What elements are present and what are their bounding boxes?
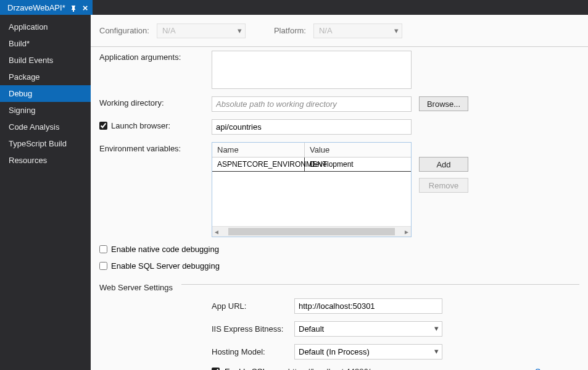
envvars-header: Name Value (212, 143, 411, 158)
sql-debug-checkbox[interactable] (99, 262, 107, 270)
workdir-input[interactable] (212, 96, 412, 112)
sql-debug-label: Enable SQL Server debugging (111, 261, 220, 271)
sidebar-item-code-analysis[interactable]: Code Analysis (0, 119, 91, 135)
tab-bar: DrzaveWebAPI* × (0, 0, 588, 15)
bitness-select[interactable]: Default (294, 321, 442, 337)
app-args-label: Application arguments: (91, 51, 212, 62)
sidebar-item-application[interactable]: Application (0, 19, 91, 35)
launch-browser-input[interactable] (212, 119, 412, 135)
sidebar-item-package[interactable]: Package (0, 69, 91, 85)
launch-browser-checkbox[interactable] (99, 122, 107, 130)
sidebar-item-debug[interactable]: Debug (0, 85, 91, 102)
enable-ssl-checkbox[interactable] (212, 368, 220, 370)
envvars-cell-name[interactable]: ASPNETCORE_ENVIRONMENT (212, 158, 305, 171)
tab-title: DrzaveWebAPI* (7, 3, 65, 12)
hosting-label: Hosting Model: (212, 347, 287, 356)
platform-select: N/A (313, 23, 402, 38)
launch-browser-label: Launch browser: (111, 121, 170, 130)
sidebar-item-build-events[interactable]: Build Events (0, 52, 91, 69)
configuration-select: N/A (157, 23, 246, 38)
app-args-input[interactable] (212, 51, 412, 89)
close-icon[interactable]: × (83, 3, 88, 12)
scroll-left-icon[interactable]: ◄ (213, 229, 220, 235)
ssl-url: https://localhost:44326/ (288, 367, 371, 370)
pin-icon[interactable] (70, 4, 77, 11)
document-tab[interactable]: DrzaveWebAPI* × (0, 0, 93, 15)
envvars-row[interactable]: ASPNETCORE_ENVIRONMENT Development (212, 158, 411, 172)
appurl-label: App URL: (212, 301, 287, 311)
sidebar: Application Build* Build Events Package … (0, 15, 91, 370)
webserver-section-label: Web Server Settings (91, 274, 173, 295)
workdir-label: Working directory: (91, 96, 212, 107)
sidebar-item-resources[interactable]: Resources (0, 152, 91, 169)
native-debug-label: Enable native code debugging (111, 245, 219, 254)
appurl-input[interactable] (294, 298, 442, 314)
envvars-label: Environment variables: (91, 142, 212, 153)
native-debug-checkbox[interactable] (99, 245, 107, 253)
envvars-header-value[interactable]: Value (305, 143, 411, 157)
configuration-label: Configuration: (99, 26, 149, 35)
hosting-select[interactable]: Default (In Process) (294, 344, 442, 359)
envvars-header-name[interactable]: Name (212, 143, 305, 157)
remove-button: Remove (419, 178, 468, 193)
add-button[interactable]: Add (419, 157, 468, 172)
browse-button[interactable]: Browse... (419, 96, 468, 111)
scroll-right-icon[interactable]: ► (404, 229, 410, 235)
copy-link[interactable]: Copy (535, 367, 553, 370)
sidebar-item-typescript-build[interactable]: TypeScript Build (0, 135, 91, 152)
enable-ssl-label: Enable SSL (225, 367, 267, 370)
bitness-label: IIS Express Bitness: (212, 324, 287, 334)
sidebar-item-signing[interactable]: Signing (0, 102, 91, 119)
envvars-cell-value[interactable]: Development (305, 158, 411, 171)
scroll-thumb[interactable] (228, 228, 395, 235)
envvars-hscrollbar[interactable]: ◄ ► (212, 226, 411, 237)
platform-label: Platform: (274, 26, 306, 35)
sidebar-item-build[interactable]: Build* (0, 35, 91, 52)
config-bar: Configuration: N/A ▾ Platform: N/A ▾ (91, 15, 588, 47)
envvars-grid[interactable]: Name Value ASPNETCORE_ENVIRONMENT Develo… (212, 142, 412, 237)
